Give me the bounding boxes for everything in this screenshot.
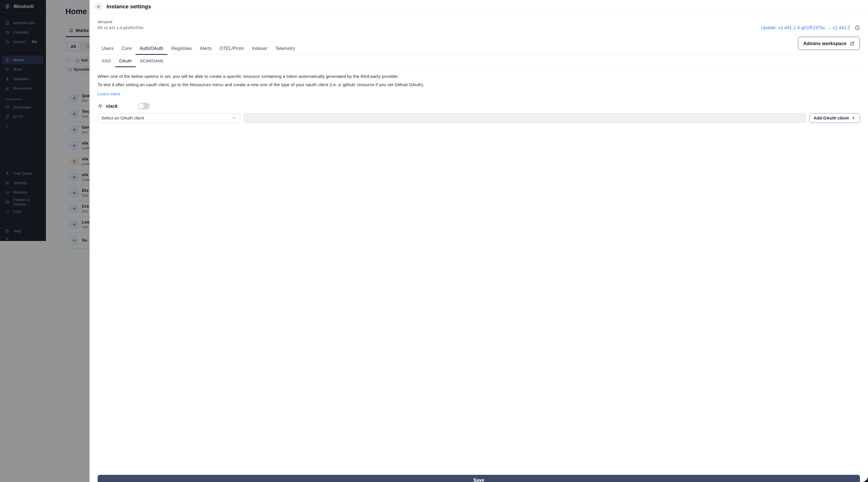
tab-indexer[interactable]: Indexer [248, 46, 271, 55]
edition-version: EE v1.441.1-4-g51f5197bc [98, 25, 434, 31]
instance-settings-drawer: Instance settings Windmill EE v1.441.1-4… [90, 0, 434, 241]
subtab-oauth[interactable]: OAuth [115, 58, 136, 67]
settings-tab-bar: Users Core Auth/OAuth Registries Alerts … [98, 46, 434, 55]
tab-telemetry[interactable]: Telemetry [271, 46, 299, 55]
oauth-client-select-value: Select an OAuth client [101, 115, 144, 120]
subtab-sso[interactable]: SSO [98, 58, 115, 67]
toggle-knob [138, 104, 144, 109]
oauth-client-select[interactable]: Select an OAuth client [98, 113, 240, 123]
close-icon [96, 5, 100, 9]
tab-auth-oauth[interactable]: Auth/OAuth [135, 46, 167, 55]
tab-core[interactable]: Core [118, 46, 136, 55]
chevron-down-icon [232, 116, 237, 120]
oauth-description-line2: To test it after setting an oauth client… [98, 82, 434, 88]
oauth-description-line1: When one of the below options is set, yo… [98, 74, 434, 79]
subtab-scim-saml[interactable]: SCIM/SAML [136, 58, 168, 67]
slack-toggle[interactable] [138, 103, 150, 109]
instance-name: Windmill [98, 19, 434, 25]
tab-otel-prom[interactable]: OTEL/Prom [216, 46, 248, 55]
tab-registries[interactable]: Registries [167, 46, 196, 55]
slack-label: slack [106, 104, 118, 109]
auth-subtab-bar: SSO OAuth SCIM/SAML [98, 58, 434, 67]
tab-alerts[interactable]: Alerts [196, 46, 216, 55]
learn-more-link[interactable]: Learn more [98, 91, 120, 96]
tab-users[interactable]: Users [98, 46, 118, 55]
close-drawer-button[interactable] [94, 2, 103, 11]
drawer-title: Instance settings [106, 3, 151, 10]
oauth-client-id-input[interactable] [244, 113, 434, 123]
slack-icon [98, 104, 103, 109]
